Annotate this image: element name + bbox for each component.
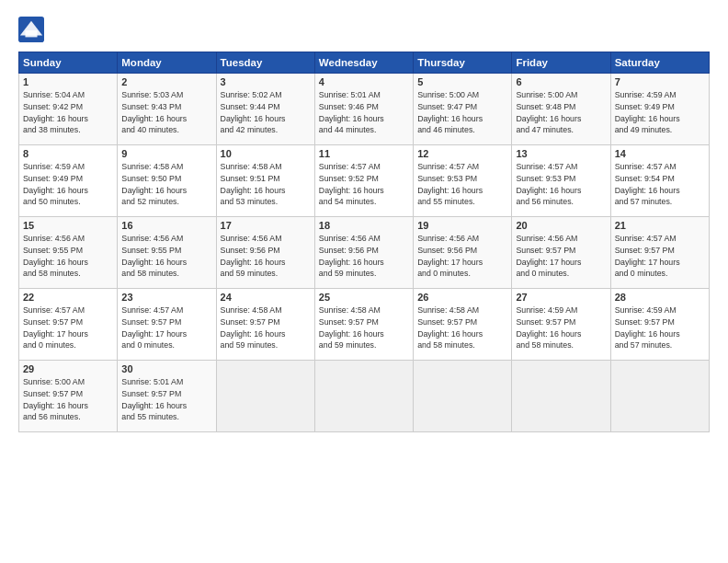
col-header-tuesday: Tuesday bbox=[216, 52, 314, 74]
day-detail: Sunrise: 4:59 AMSunset: 9:49 PMDaylight:… bbox=[23, 161, 113, 208]
col-header-saturday: Saturday bbox=[610, 52, 709, 74]
header-row: SundayMondayTuesdayWednesdayThursdayFrid… bbox=[19, 52, 710, 74]
day-cell: 18Sunrise: 4:56 AMSunset: 9:56 PMDayligh… bbox=[314, 217, 413, 289]
day-detail: Sunrise: 4:58 AMSunset: 9:57 PMDaylight:… bbox=[319, 304, 409, 351]
day-cell: 12Sunrise: 4:57 AMSunset: 9:53 PMDayligh… bbox=[414, 145, 512, 217]
day-detail: Sunrise: 4:56 AMSunset: 9:56 PMDaylight:… bbox=[417, 233, 507, 280]
week-row-1: 1Sunrise: 5:04 AMSunset: 9:42 PMDaylight… bbox=[19, 74, 710, 145]
day-number: 26 bbox=[417, 292, 507, 303]
day-number: 1 bbox=[23, 76, 113, 87]
day-cell: 9Sunrise: 4:58 AMSunset: 9:50 PMDaylight… bbox=[118, 145, 216, 217]
day-number: 14 bbox=[615, 148, 705, 159]
week-row-5: 29Sunrise: 5:00 AMSunset: 9:57 PMDayligh… bbox=[19, 361, 710, 432]
day-detail: Sunrise: 5:00 AMSunset: 9:47 PMDaylight:… bbox=[417, 89, 507, 136]
day-number: 19 bbox=[417, 220, 507, 231]
day-detail: Sunrise: 4:56 AMSunset: 9:56 PMDaylight:… bbox=[319, 233, 409, 280]
day-number: 23 bbox=[121, 292, 211, 303]
day-number: 17 bbox=[221, 220, 311, 231]
day-detail: Sunrise: 5:03 AMSunset: 9:43 PMDaylight:… bbox=[121, 89, 211, 136]
day-detail: Sunrise: 4:57 AMSunset: 9:52 PMDaylight:… bbox=[319, 161, 409, 208]
day-cell: 4Sunrise: 5:01 AMSunset: 9:46 PMDaylight… bbox=[314, 74, 413, 145]
day-number: 2 bbox=[121, 76, 211, 87]
day-detail: Sunrise: 5:01 AMSunset: 9:46 PMDaylight:… bbox=[319, 89, 409, 136]
day-cell: 3Sunrise: 5:02 AMSunset: 9:44 PMDaylight… bbox=[216, 74, 314, 145]
day-detail: Sunrise: 5:02 AMSunset: 9:44 PMDaylight:… bbox=[221, 89, 311, 136]
day-detail: Sunrise: 4:57 AMSunset: 9:53 PMDaylight:… bbox=[417, 161, 507, 208]
day-cell: 13Sunrise: 4:57 AMSunset: 9:53 PMDayligh… bbox=[512, 145, 610, 217]
day-number: 29 bbox=[23, 363, 113, 374]
day-detail: Sunrise: 5:00 AMSunset: 9:48 PMDaylight:… bbox=[516, 89, 606, 136]
day-number: 21 bbox=[615, 220, 705, 231]
day-cell: 16Sunrise: 4:56 AMSunset: 9:55 PMDayligh… bbox=[118, 217, 216, 289]
day-number: 20 bbox=[516, 220, 606, 231]
day-detail: Sunrise: 5:04 AMSunset: 9:42 PMDaylight:… bbox=[23, 89, 113, 136]
col-header-wednesday: Wednesday bbox=[314, 52, 413, 74]
day-detail: Sunrise: 4:59 AMSunset: 9:57 PMDaylight:… bbox=[516, 304, 606, 351]
day-cell: 14Sunrise: 4:57 AMSunset: 9:54 PMDayligh… bbox=[610, 145, 709, 217]
day-number: 8 bbox=[23, 148, 113, 159]
day-number: 4 bbox=[319, 76, 409, 87]
day-detail: Sunrise: 4:56 AMSunset: 9:55 PMDaylight:… bbox=[121, 233, 211, 280]
day-detail: Sunrise: 4:58 AMSunset: 9:57 PMDaylight:… bbox=[417, 304, 507, 351]
day-cell: 15Sunrise: 4:56 AMSunset: 9:55 PMDayligh… bbox=[19, 217, 118, 289]
day-number: 28 bbox=[615, 292, 705, 303]
day-number: 27 bbox=[516, 292, 606, 303]
calendar-page: SundayMondayTuesdayWednesdayThursdayFrid… bbox=[0, 0, 728, 563]
day-detail: Sunrise: 4:56 AMSunset: 9:56 PMDaylight:… bbox=[221, 233, 311, 280]
day-detail: Sunrise: 5:00 AMSunset: 9:57 PMDaylight:… bbox=[23, 376, 113, 423]
day-number: 25 bbox=[319, 292, 409, 303]
calendar-header: SundayMondayTuesdayWednesdayThursdayFrid… bbox=[19, 52, 710, 74]
day-cell: 1Sunrise: 5:04 AMSunset: 9:42 PMDaylight… bbox=[19, 74, 118, 145]
day-detail: Sunrise: 4:59 AMSunset: 9:57 PMDaylight:… bbox=[615, 304, 705, 351]
day-detail: Sunrise: 4:58 AMSunset: 9:51 PMDaylight:… bbox=[221, 161, 311, 208]
day-cell bbox=[610, 361, 709, 432]
day-cell: 24Sunrise: 4:58 AMSunset: 9:57 PMDayligh… bbox=[216, 289, 314, 361]
week-row-4: 22Sunrise: 4:57 AMSunset: 9:57 PMDayligh… bbox=[19, 289, 710, 361]
col-header-monday: Monday bbox=[118, 52, 216, 74]
day-number: 6 bbox=[516, 76, 606, 87]
day-cell: 5Sunrise: 5:00 AMSunset: 9:47 PMDaylight… bbox=[414, 74, 512, 145]
day-cell: 28Sunrise: 4:59 AMSunset: 9:57 PMDayligh… bbox=[610, 289, 709, 361]
day-cell: 29Sunrise: 5:00 AMSunset: 9:57 PMDayligh… bbox=[19, 361, 118, 432]
day-number: 22 bbox=[23, 292, 113, 303]
day-number: 7 bbox=[615, 76, 705, 87]
day-detail: Sunrise: 4:57 AMSunset: 9:57 PMDaylight:… bbox=[615, 233, 705, 280]
day-cell: 6Sunrise: 5:00 AMSunset: 9:48 PMDaylight… bbox=[512, 74, 610, 145]
day-cell: 8Sunrise: 4:59 AMSunset: 9:49 PMDaylight… bbox=[19, 145, 118, 217]
day-cell: 27Sunrise: 4:59 AMSunset: 9:57 PMDayligh… bbox=[512, 289, 610, 361]
logo-icon bbox=[18, 17, 44, 42]
day-cell: 11Sunrise: 4:57 AMSunset: 9:52 PMDayligh… bbox=[314, 145, 413, 217]
day-number: 9 bbox=[121, 148, 211, 159]
day-cell: 10Sunrise: 4:58 AMSunset: 9:51 PMDayligh… bbox=[216, 145, 314, 217]
calendar-table: SundayMondayTuesdayWednesdayThursdayFrid… bbox=[18, 52, 710, 432]
day-detail: Sunrise: 4:59 AMSunset: 9:49 PMDaylight:… bbox=[615, 89, 705, 136]
logo bbox=[18, 17, 48, 42]
day-number: 16 bbox=[121, 220, 211, 231]
day-cell: 2Sunrise: 5:03 AMSunset: 9:43 PMDaylight… bbox=[118, 74, 216, 145]
day-cell: 19Sunrise: 4:56 AMSunset: 9:56 PMDayligh… bbox=[414, 217, 512, 289]
day-detail: Sunrise: 4:58 AMSunset: 9:57 PMDaylight:… bbox=[221, 304, 311, 351]
day-detail: Sunrise: 4:57 AMSunset: 9:53 PMDaylight:… bbox=[516, 161, 606, 208]
day-cell: 22Sunrise: 4:57 AMSunset: 9:57 PMDayligh… bbox=[19, 289, 118, 361]
day-number: 12 bbox=[417, 148, 507, 159]
page-header bbox=[18, 17, 710, 42]
day-cell: 20Sunrise: 4:56 AMSunset: 9:57 PMDayligh… bbox=[512, 217, 610, 289]
day-cell: 23Sunrise: 4:57 AMSunset: 9:57 PMDayligh… bbox=[118, 289, 216, 361]
day-cell: 30Sunrise: 5:01 AMSunset: 9:57 PMDayligh… bbox=[118, 361, 216, 432]
svg-rect-2 bbox=[25, 30, 37, 37]
day-cell bbox=[414, 361, 512, 432]
day-cell: 17Sunrise: 4:56 AMSunset: 9:56 PMDayligh… bbox=[216, 217, 314, 289]
day-cell bbox=[512, 361, 610, 432]
day-number: 18 bbox=[319, 220, 409, 231]
day-detail: Sunrise: 4:57 AMSunset: 9:57 PMDaylight:… bbox=[23, 304, 113, 351]
day-number: 13 bbox=[516, 148, 606, 159]
day-number: 3 bbox=[221, 76, 311, 87]
col-header-thursday: Thursday bbox=[414, 52, 512, 74]
day-detail: Sunrise: 4:56 AMSunset: 9:57 PMDaylight:… bbox=[516, 233, 606, 280]
col-header-sunday: Sunday bbox=[19, 52, 118, 74]
day-number: 24 bbox=[221, 292, 311, 303]
day-cell bbox=[216, 361, 314, 432]
day-detail: Sunrise: 4:57 AMSunset: 9:54 PMDaylight:… bbox=[615, 161, 705, 208]
calendar-body: 1Sunrise: 5:04 AMSunset: 9:42 PMDaylight… bbox=[19, 74, 710, 432]
day-number: 11 bbox=[319, 148, 409, 159]
